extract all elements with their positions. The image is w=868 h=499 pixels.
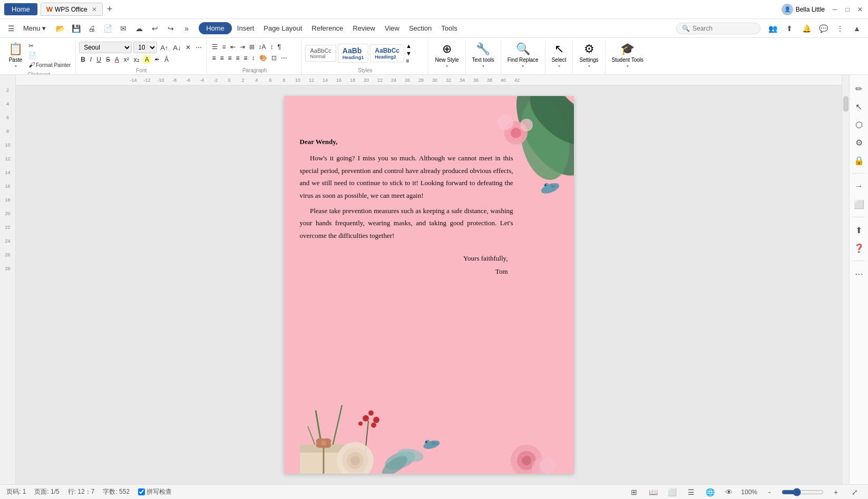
style-normal[interactable]: AaBbCc Normal (305, 45, 336, 62)
doc-scroll[interactable]: Dear Wendy, How's it going? I miss you s… (16, 85, 842, 484)
more-options-icon[interactable]: ⋮ (833, 22, 847, 35)
help-icon[interactable]: ❓ (852, 241, 866, 255)
line-spacing-button[interactable]: ↕ (250, 54, 257, 62)
border-button[interactable]: ⊡ (270, 54, 278, 62)
more-right-icon[interactable]: ⋯ (852, 266, 866, 281)
subscript-button[interactable]: x₂ (132, 55, 141, 64)
align-left-button[interactable]: ≡ (210, 53, 217, 63)
menu-label[interactable]: Menu ▾ (19, 22, 50, 34)
document-tab[interactable]: W WPS Office ✕ (41, 3, 103, 16)
close-window-button[interactable]: ✕ (856, 6, 864, 13)
align-right-button[interactable]: ≡ (227, 53, 233, 63)
font-shade-button[interactable]: Ā (163, 55, 170, 64)
view-reading-icon[interactable]: 📖 (646, 485, 660, 499)
mail-icon[interactable]: ✉ (116, 22, 130, 35)
text-tools-button[interactable]: 🔧 Text tools ▾ (469, 40, 498, 71)
paste-button[interactable]: 📋 Paste ▾ (5, 40, 26, 71)
new-tab-button[interactable]: + (104, 4, 116, 15)
cursor-icon[interactable]: ↖ (852, 99, 866, 114)
more-font-button[interactable]: ⋯ (194, 43, 203, 52)
new-style-button[interactable]: ⊕ New Style ▾ (432, 40, 462, 71)
cut-button[interactable]: ✂ (27, 42, 72, 50)
comment-icon[interactable]: 💬 (816, 22, 830, 35)
copy-button[interactable]: 📄 (27, 51, 72, 60)
zoom-slider[interactable] (782, 488, 824, 496)
edit-icon[interactable]: ⚙ (852, 135, 866, 150)
expand-right-icon[interactable]: → (852, 179, 866, 194)
zoom-in-button[interactable]: + (829, 485, 843, 499)
styles-scroll-down[interactable]: ▼ (406, 50, 412, 56)
tab-view[interactable]: View (381, 22, 404, 34)
settings-button[interactable]: ⚙ Settings ▾ (576, 40, 601, 71)
tab-reference[interactable]: Reference (307, 22, 347, 34)
shading-button[interactable]: 🎨 (258, 54, 269, 62)
hamburger-menu[interactable]: ☰ (4, 22, 18, 35)
collapse-icon[interactable]: ▲ (850, 22, 864, 35)
style-heading1[interactable]: AaBb Heading1 (338, 44, 369, 63)
font-color-button[interactable]: A (113, 55, 121, 64)
scrollbar[interactable] (842, 75, 849, 484)
view-normal-icon[interactable]: ⊞ (627, 485, 641, 499)
fullscreen-button[interactable]: ⤢ (848, 485, 862, 499)
undo-icon[interactable]: ↩ (148, 22, 162, 35)
maximize-button[interactable]: □ (844, 6, 851, 13)
frame-icon[interactable]: ⬜ (852, 197, 866, 212)
minimize-button[interactable]: ─ (831, 6, 838, 13)
cloud-sync-icon[interactable]: 🔔 (799, 22, 813, 35)
home-tab-button[interactable]: Home (4, 3, 37, 15)
clear-format-button[interactable]: ✕ (184, 43, 192, 52)
tab-insert[interactable]: Insert (233, 22, 259, 34)
underline-button[interactable]: U (95, 55, 103, 64)
tab-review[interactable]: Review (348, 22, 379, 34)
print-icon[interactable]: 🖨 (85, 22, 99, 35)
view-page-icon[interactable]: ⬜ (665, 485, 679, 499)
open-icon[interactable]: 📂 (53, 22, 67, 35)
tab-tools[interactable]: Tools (437, 22, 461, 34)
bold-button[interactable]: B (79, 55, 87, 64)
view-outline-icon[interactable]: ☰ (684, 485, 698, 499)
spell-check-label[interactable]: 拼写检查 (138, 487, 172, 496)
distributed-button[interactable]: ≡ (242, 53, 249, 63)
style-heading2[interactable]: AaBbCc Heading2 (370, 44, 404, 62)
multi-level-list-button[interactable]: ⊞ (248, 43, 256, 51)
font-family-select[interactable]: Seoul (79, 42, 132, 53)
align-center-button[interactable]: ≡ (219, 53, 226, 63)
collab-icon[interactable]: 👥 (766, 22, 779, 35)
pdf-icon[interactable]: 📄 (101, 22, 114, 35)
superscript-button[interactable]: x² (122, 55, 131, 64)
font-highlight-button[interactable]: ✒ (153, 55, 161, 64)
more-para-button[interactable]: ⋯ (279, 54, 289, 62)
font-size-select[interactable]: 10 (133, 42, 157, 53)
tab-page-layout[interactable]: Page Layout (259, 22, 306, 34)
styles-scroll-up[interactable]: ▲ (406, 43, 412, 49)
align-justify-button[interactable]: ≡ (235, 53, 241, 63)
save-icon[interactable]: 💾 (69, 22, 83, 35)
strikethrough-button[interactable]: S (104, 55, 112, 64)
italic-button[interactable]: I (89, 55, 93, 64)
cloud-icon[interactable]: ☁ (132, 22, 146, 35)
highlight-button[interactable]: A (143, 55, 151, 64)
zoom-out-button[interactable]: - (763, 485, 776, 499)
indent-increase-button[interactable]: ⇥ (238, 43, 247, 51)
student-tools-button[interactable]: 🎓 Student Tools ▾ (609, 40, 647, 71)
view-focus-icon[interactable]: 👁 (722, 485, 736, 499)
view-web-icon[interactable]: 🌐 (703, 485, 717, 499)
more-icon[interactable]: » (180, 22, 193, 35)
format-painter-button[interactable]: 🖌 Format Painter (27, 61, 72, 69)
pen-icon[interactable]: ✏ (852, 81, 866, 96)
styles-expand[interactable]: ≡ (406, 57, 412, 64)
find-replace-button[interactable]: 🔍 Find Replace ▾ (504, 40, 542, 71)
shapes-icon[interactable]: ⬡ (852, 117, 866, 132)
tab-home[interactable]: Home (199, 22, 232, 34)
search-input[interactable] (693, 25, 756, 32)
sort-button[interactable]: ↕A (257, 43, 268, 51)
spell-check-checkbox[interactable] (138, 488, 145, 495)
tab-close-button[interactable]: ✕ (92, 6, 97, 13)
share-icon[interactable]: ⬆ (783, 22, 796, 35)
font-shrink-button[interactable]: A↓ (171, 43, 182, 52)
show-hide-button[interactable]: ¶ (276, 43, 282, 51)
redo-icon[interactable]: ↪ (164, 22, 178, 35)
upload-icon[interactable]: ⬆ (852, 223, 866, 237)
indent-decrease-button[interactable]: ⇤ (229, 43, 237, 51)
bullet-list-button[interactable]: ☰ (210, 43, 219, 51)
